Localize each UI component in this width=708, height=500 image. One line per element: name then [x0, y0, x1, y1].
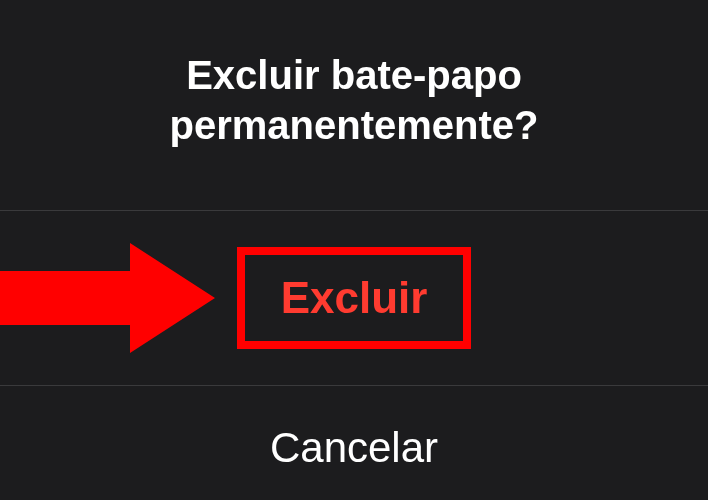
confirmation-dialog: Excluir bate-papo permanentemente? Exclu… — [0, 0, 708, 500]
cancel-button[interactable]: Cancelar — [270, 424, 438, 472]
delete-button[interactable]: Excluir — [281, 273, 428, 323]
delete-button-highlight: Excluir — [237, 247, 472, 349]
cancel-button-section: Cancelar — [0, 386, 708, 500]
arrow-annotation-icon — [0, 243, 215, 353]
delete-button-section: Excluir — [0, 211, 708, 386]
svg-marker-0 — [0, 243, 215, 353]
dialog-title: Excluir bate-papo permanentemente? — [40, 50, 668, 150]
dialog-title-section: Excluir bate-papo permanentemente? — [0, 0, 708, 211]
